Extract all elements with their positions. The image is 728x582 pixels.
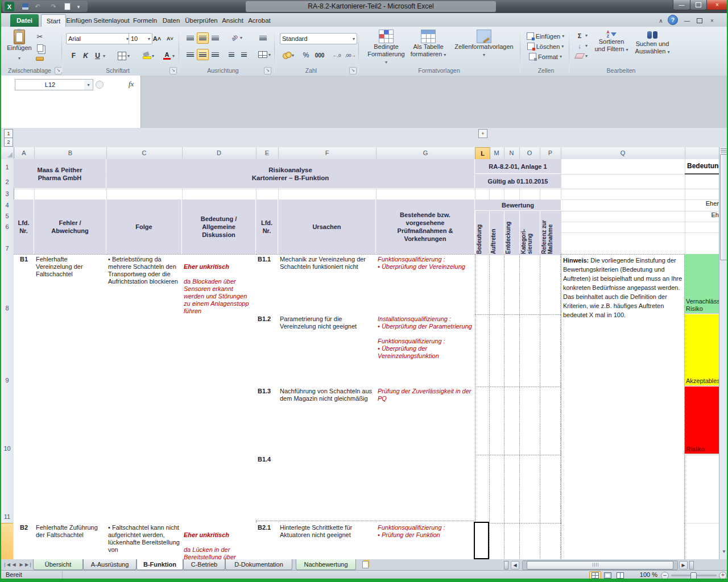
bold-button[interactable]: F <box>68 50 79 61</box>
cell-c8-folge[interactable]: • Betriebstörung da mehrere Schachteln d… <box>106 254 183 524</box>
cell-d8-bedeutung[interactable]: Eher unkritisch da Blockaden über Sensor… <box>182 254 257 524</box>
close-button[interactable]: × <box>706 0 727 10</box>
decrease-font-icon[interactable]: A˅ <box>164 33 176 44</box>
autosum-dropdown-icon[interactable]: ▾ <box>585 33 588 38</box>
cell-e8-nr[interactable]: B1.1 <box>256 254 279 315</box>
col-header-c[interactable]: C <box>106 147 183 159</box>
increase-indent-button[interactable] <box>238 49 250 60</box>
row-header-5[interactable]: 5 <box>1 213 13 221</box>
customize-qat-icon[interactable] <box>74 2 83 11</box>
outline-expand-button[interactable]: + <box>478 129 487 138</box>
name-box-dropdown-icon[interactable]: ▾ <box>84 79 93 90</box>
row-header-11[interactable]: 11 <box>1 513 13 521</box>
italic-button[interactable]: K <box>80 50 91 61</box>
cell-g9-massnahme[interactable]: Installationsqualifizierung : • Überprüf… <box>376 314 475 387</box>
vertical-split-handle[interactable] <box>721 148 727 152</box>
autosum-button[interactable]: Σ <box>573 31 586 40</box>
conditional-formatting-button[interactable]: Bedingte Formatierung ▾ <box>366 30 406 66</box>
align-middle-button[interactable] <box>197 32 209 44</box>
active-cell-l12[interactable] <box>474 522 489 559</box>
cell-b12-fehler[interactable]: Fehlerhafte Zuführung der Faltschachtel <box>34 523 107 562</box>
prev-sheet-icon[interactable]: ◀ <box>10 561 18 568</box>
vertical-scrollbar[interactable]: ▼ <box>719 147 727 559</box>
sheet-tab-uebersicht[interactable]: Übersicht <box>33 559 83 570</box>
rating-cells-grid[interactable] <box>475 254 561 559</box>
header-rating-bedeutung[interactable]: Bedeutung <box>475 211 490 255</box>
minimize-button[interactable]: — <box>673 0 690 10</box>
header-massnahmen[interactable]: Bestehende bzw. vorgesehene Prüfmaßnahme… <box>376 199 475 254</box>
col-header-p[interactable]: P <box>540 147 561 159</box>
align-left-button[interactable] <box>184 49 196 60</box>
last-sheet-icon[interactable]: ▶❘ <box>25 561 32 568</box>
tab-start[interactable]: Start <box>41 14 66 27</box>
header-bedeutung[interactable]: Bedeutung / Allgemeine Diskussion <box>182 199 256 254</box>
col-header-q[interactable]: Q <box>561 147 685 159</box>
cell-g12-massnahme[interactable]: Funktionsqualifizierung : • Prüfung der … <box>376 523 475 562</box>
orientation-dropdown-icon[interactable]: ▾ <box>240 35 242 40</box>
scroll-down-icon[interactable]: ▼ <box>721 548 727 555</box>
number-format-combo[interactable]: Standard▾ <box>280 33 357 44</box>
fill-button[interactable]: ↓ <box>573 41 586 51</box>
scroll-right-icon[interactable]: ▶ <box>679 561 688 569</box>
cell-a12-b2[interactable]: B2 <box>14 523 35 562</box>
col-header-r[interactable] <box>685 147 719 159</box>
cell-f11-ursache[interactable] <box>278 455 377 521</box>
insert-worksheet-icon[interactable] <box>359 560 371 569</box>
first-sheet-icon[interactable]: ❘◀ <box>3 561 10 568</box>
cell-e9-nr[interactable]: B1.2 <box>256 314 279 387</box>
view-page-break-button[interactable] <box>614 571 626 579</box>
fill-color-button[interactable] <box>141 51 152 61</box>
sheet-tab-d-dokumentation[interactable]: D-Dokumentation <box>225 559 292 570</box>
tab-datei[interactable]: Datei <box>10 14 39 27</box>
col-header-l[interactable]: L <box>475 147 490 160</box>
zoom-level[interactable]: 100 % <box>631 571 657 578</box>
view-page-layout-button[interactable] <box>602 571 614 579</box>
header-fehler[interactable]: Fehler / Abweichung <box>34 199 106 254</box>
underline-dropdown-icon[interactable]: ▾ <box>103 53 105 59</box>
header-folge[interactable]: Folge <box>106 199 182 254</box>
tab-daten[interactable]: Daten <box>160 14 182 27</box>
clear-dropdown-icon[interactable]: ▾ <box>585 53 588 59</box>
cell-company[interactable]: Maas & Peither Pharma GmbH <box>14 159 106 188</box>
cell-doc-ref[interactable]: RA-8.2-01, Anlage 1 <box>475 159 561 174</box>
help-icon[interactable]: ? <box>668 15 678 25</box>
cell-g11-massnahme[interactable] <box>376 455 475 521</box>
fill-color-dropdown-icon[interactable]: ▾ <box>152 53 154 59</box>
cell-g8-massnahme[interactable]: Funktionsqualifizierung : • Überprüfung … <box>376 254 475 315</box>
cell-g10-massnahme[interactable]: Prüfung der Zuverlässigkeit in der PQ <box>376 386 475 455</box>
merge-dropdown-icon[interactable]: ▾ <box>268 52 271 57</box>
tab-ueberpruefen[interactable]: Überprüfen <box>184 14 218 27</box>
cell-eher-1[interactable]: Eher <box>686 200 719 210</box>
row-header-7[interactable]: 7 <box>1 245 13 253</box>
scroll-left-icon[interactable]: ◀ <box>511 561 519 569</box>
col-header-g[interactable]: G <box>376 147 475 159</box>
header-rating-auftreten[interactable]: Auftreten <box>489 211 504 255</box>
collapse-ribbon-icon[interactable]: ∧ <box>656 16 665 24</box>
col-header-n[interactable]: N <box>504 147 520 159</box>
font-dialog-launcher[interactable]: ↘ <box>169 67 177 74</box>
wrap-text-button[interactable] <box>256 32 270 44</box>
col-header-e[interactable]: E <box>256 147 279 159</box>
cell-a8-b1[interactable]: B1 <box>14 254 35 524</box>
percent-button[interactable]: % <box>301 50 311 60</box>
cell-f9-ursache[interactable]: Parametrierung für die Vereinzelung nich… <box>278 314 377 387</box>
align-center-button[interactable] <box>197 49 209 60</box>
decrease-decimal-button[interactable]: ,00→ <box>344 50 357 60</box>
outline-level-2-button[interactable]: 2 <box>4 138 13 147</box>
workbook-minimize-icon[interactable]: — <box>682 16 692 24</box>
view-normal-button[interactable] <box>589 571 601 579</box>
cell-c12-folge[interactable]: • Faltschachtel kann nicht aufgerichtet … <box>106 523 183 562</box>
insert-function-icon[interactable]: fx <box>129 80 134 89</box>
cell-f12-ursache[interactable]: Hinterlegte Schrittkette für Aktuatoren … <box>278 523 377 562</box>
workbook-close-icon[interactable]: × <box>708 16 717 24</box>
row-header-6[interactable]: 6 <box>1 223 13 231</box>
align-top-button[interactable] <box>184 32 196 44</box>
tab-seitenlayout[interactable]: Seitenlayout <box>93 14 130 27</box>
paste-button[interactable]: Einfügen ▾ <box>7 30 32 64</box>
save-icon[interactable] <box>20 2 30 11</box>
clear-button[interactable] <box>573 51 586 61</box>
zoom-in-button[interactable]: + <box>719 572 727 579</box>
cell-f8-ursache[interactable]: Mechanik zur Vereinzelung der Schachteln… <box>278 254 377 315</box>
header-rating-referenz[interactable]: Referenz zur Maßnahme <box>540 211 561 255</box>
format-cells-button[interactable]: Format ▾ <box>523 51 568 62</box>
